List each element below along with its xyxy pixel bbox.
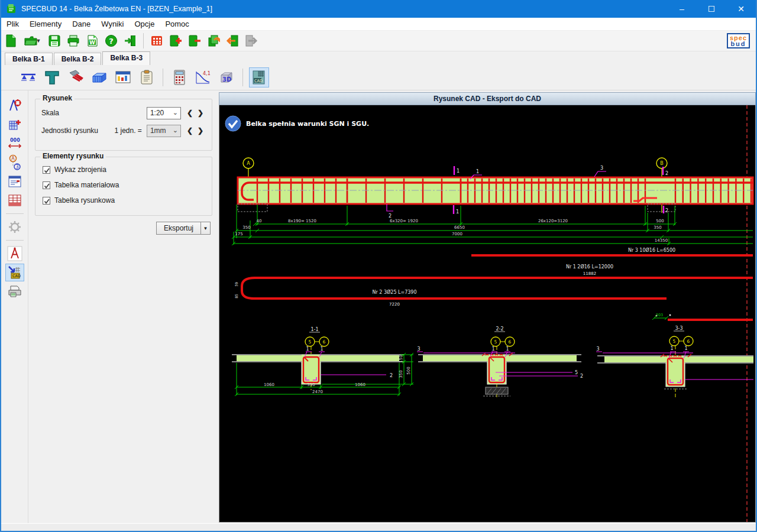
jednostki-next-button[interactable]: ❯ [195, 126, 206, 135]
dimensions-button[interactable]: 000 [5, 135, 24, 153]
section-3-3: 3-3 5 6 [596, 326, 753, 398]
new-file-button[interactable] [2, 32, 20, 50]
status-message: Belka spełnia warunki SGN i SGU. [246, 120, 369, 128]
eksportuj-dropdown-button[interactable]: ▼ [201, 222, 211, 235]
elevation-dimensions [232, 205, 753, 245]
skala-prev-button[interactable]: ❮ [185, 109, 195, 117]
skala-combobox[interactable]: 1:20 ⌄ [147, 107, 181, 119]
scheme-view-button[interactable] [18, 67, 38, 87]
settings-button[interactable] [5, 218, 24, 236]
print-button[interactable] [64, 32, 82, 50]
previous-element-button[interactable] [224, 32, 241, 50]
menu-dane[interactable]: Dane [67, 18, 96, 30]
elements-grid-icon [150, 34, 163, 47]
open-dropdown-caret: ▼ [36, 38, 41, 44]
strip-separator [6, 240, 24, 241]
calculator-button[interactable] [169, 67, 189, 87]
gear-icon [8, 220, 22, 234]
numbering-3-text: 3 [15, 164, 18, 170]
strip-separator [6, 213, 24, 214]
tabelka-materialowa-checkbox[interactable] [43, 181, 50, 189]
eksportuj-button[interactable]: Eksportuj [156, 222, 201, 235]
save-button[interactable] [46, 32, 63, 50]
svg-text:Nr 3 10Ø16 L=6500: Nr 3 10Ø16 L=6500 [628, 247, 675, 253]
jednostki-prev-button[interactable]: ❮ [185, 126, 195, 135]
numbering-button[interactable]: A3 [5, 154, 24, 171]
delete-element-button[interactable] [186, 32, 203, 50]
add-element-button[interactable] [167, 32, 185, 50]
wykaz-zbrojenia-checkbox[interactable] [43, 166, 50, 174]
skala-label: Skala [41, 109, 147, 117]
minimize-button[interactable]: – [667, 0, 697, 18]
menu-pomoc[interactable]: Pomoc [160, 18, 194, 30]
tabelka-rysunkowa-checkbox[interactable] [43, 197, 50, 205]
svg-text:350: 350 [399, 370, 403, 378]
delete-element-icon [188, 34, 201, 47]
svg-text:1: 1 [320, 346, 323, 352]
beam-elevation [238, 177, 753, 212]
reinforcement-list-button[interactable] [5, 173, 24, 190]
report-button[interactable] [137, 67, 157, 87]
copy-element-icon [207, 34, 220, 47]
exit-button[interactable] [121, 32, 139, 50]
skala-next-button[interactable]: ❯ [195, 109, 206, 117]
svg-text:3: 3 [596, 346, 599, 352]
chart-view-button[interactable]: 4,1 [193, 67, 213, 87]
svg-text:3-3: 3-3 [675, 326, 682, 331]
export-cad-button[interactable]: CAD [5, 264, 24, 281]
drawing-options-button[interactable] [5, 97, 24, 115]
add-drawing-button[interactable] [5, 116, 24, 134]
export-word-button[interactable]: W [83, 32, 101, 50]
skala-value: 1:20 [150, 109, 164, 117]
report-clipboard-icon [138, 69, 155, 86]
svg-text:B: B [660, 161, 664, 166]
scale-tool-button[interactable] [5, 245, 24, 262]
copy-element-button[interactable] [205, 32, 222, 50]
close-button[interactable]: ✕ [726, 0, 756, 18]
toolbar-separator [242, 69, 243, 86]
section-1-1: 1-1 5 6 [232, 327, 413, 396]
bottom-strip [1, 523, 756, 531]
logo-line2: bud [730, 41, 747, 47]
rysunek-group-title: Rysunek [40, 94, 75, 102]
caret-down-icon: ▼ [203, 226, 208, 231]
svg-text:2: 2 [390, 373, 393, 378]
tabelka-rysunkowa-label: Tabelka rysunkowa [54, 196, 115, 205]
open-file-button[interactable]: ▼ [21, 32, 44, 50]
tab-belka-b3[interactable]: Belka B-3 [102, 51, 150, 65]
jednostki-label: Jednostki rysunku [41, 126, 115, 135]
svg-text:1-1: 1-1 [310, 327, 318, 332]
cad-drawing-button[interactable]: CAD [249, 67, 269, 87]
save-icon [48, 34, 61, 47]
beam-scheme-icon [20, 69, 37, 86]
elements-list-button[interactable] [148, 32, 166, 50]
loads-view-button[interactable] [66, 67, 86, 87]
maximize-button[interactable]: ☐ [697, 0, 726, 18]
svg-text:2: 2 [389, 213, 392, 219]
section-view-button[interactable] [42, 67, 62, 87]
rysunek-groupbox: Rysunek Skala 1:20 ⌄ ❮ ❯ Jednostki rysun… [35, 99, 212, 151]
menu-wyniki[interactable]: Wyniki [96, 18, 129, 30]
menu-plik[interactable]: Plik [1, 18, 24, 30]
jednostki-combobox[interactable]: 1mm ⌄ [147, 125, 181, 137]
svg-text:3: 3 [600, 166, 603, 171]
results-window-button[interactable] [113, 67, 133, 87]
svg-text:150: 150 [399, 355, 403, 362]
svg-text:2: 2 [580, 374, 583, 379]
concrete-3d-button[interactable] [89, 67, 109, 87]
tab-belka-b1[interactable]: Belka B-1 [5, 53, 53, 65]
print-drawing-button[interactable] [5, 283, 24, 300]
svg-text:11882: 11882 [583, 271, 596, 276]
svg-text:203: 203 [656, 313, 663, 317]
tab-belka-b2[interactable]: Belka B-2 [54, 53, 102, 65]
cad-preview-canvas: Belka spełnia warunki SGN i SGU. A B [219, 105, 756, 523]
view-3d-button[interactable]: 3D [216, 67, 237, 87]
menu-opcje[interactable]: Opcje [129, 18, 160, 30]
next-element-button[interactable] [242, 32, 260, 50]
jednostki-prefix: 1 jedn. = [115, 126, 142, 135]
material-table-button[interactable] [5, 192, 24, 209]
menu-elementy[interactable]: Elementy [24, 18, 67, 30]
chevron-down-icon: ⌄ [173, 126, 178, 134]
left-icon-strip: 000 A3 CAD [1, 90, 28, 523]
help-button[interactable]: ? [102, 32, 120, 50]
